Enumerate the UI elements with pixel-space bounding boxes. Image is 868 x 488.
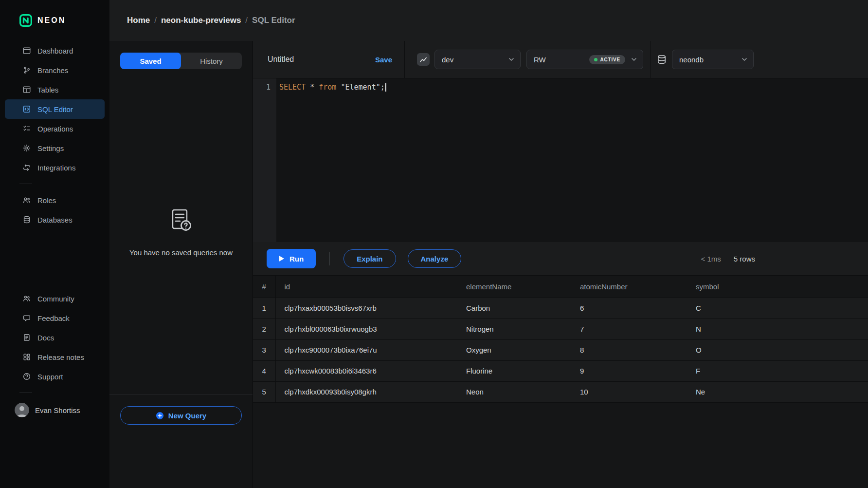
sidebar-item-label: Docs: [37, 334, 54, 342]
query-title-group: Untitled Save: [268, 55, 392, 64]
sidebar-divider: [19, 184, 32, 184]
table-row: 2 clp7hxbl000063b0ixrwuogb3 Nitrogen 7 N: [253, 319, 868, 339]
sidebar-item-label: Dashboard: [37, 47, 73, 55]
sql-identifier: "Element";: [336, 83, 384, 92]
neon-logo[interactable]: NEON: [0, 0, 109, 41]
cell-symbol: C: [687, 298, 868, 319]
queries-panel: Saved History You have no saved queries …: [109, 41, 253, 488]
no-saved-queries-icon: [167, 206, 195, 235]
query-row-count: 5 rows: [734, 255, 755, 263]
sidebar-item-tables[interactable]: Tables: [5, 80, 105, 99]
sidebar-item-community[interactable]: Community: [5, 289, 105, 308]
table-row: 5 clp7hxdkx00093b0isy08gkrh Neon 10 Ne: [253, 381, 868, 402]
status-dot: [594, 58, 597, 61]
sidebar-item-integrations[interactable]: Integrations: [5, 158, 105, 177]
compute-select[interactable]: RW ACTIVE: [526, 50, 643, 69]
cell-id: clp7hxcwk00083b0i6i3463r6: [275, 360, 457, 381]
topbar-divider: [404, 41, 405, 78]
branch-select-value: dev: [442, 56, 453, 64]
new-query-label: New Query: [168, 412, 206, 420]
sidebar-item-release-notes[interactable]: Release notes: [5, 347, 105, 367]
sidebar-item-label: Support: [37, 373, 63, 381]
sidebar-item-docs[interactable]: Docs: [5, 328, 105, 347]
neon-logo-icon: [19, 14, 32, 27]
sidebar-item-roles[interactable]: Roles: [5, 190, 105, 210]
action-bar-divider: [329, 252, 330, 265]
queries-tabs: Saved History: [120, 53, 242, 69]
branch-thumbnail-icon: [417, 53, 430, 66]
breadcrumb: Home / neon-kube-previews / SQL Editor: [109, 0, 868, 41]
empty-state: You have no saved queries now: [109, 69, 253, 394]
sidebar-item-operations[interactable]: Operations: [5, 119, 105, 138]
roles-icon: [22, 196, 31, 205]
results-panel: # id elementName atomicNumber symbol 1 c…: [253, 275, 868, 488]
settings-icon: [22, 144, 31, 152]
column-header-symbol: symbol: [687, 276, 868, 298]
cell-id: clp7hxc9000073b0ixa76ei7u: [275, 339, 457, 360]
cell-row-number: 4: [253, 360, 275, 381]
databases-icon: [22, 215, 31, 224]
sidebar-item-support[interactable]: Support: [5, 367, 105, 386]
breadcrumb-separator: /: [154, 16, 157, 25]
line-number-gutter: 1: [253, 78, 276, 242]
app-window: NEON Dashboard Branches Tables SQL Edito…: [0, 0, 868, 488]
code-line[interactable]: SELECT * from "Element";: [276, 78, 868, 242]
sidebar-item-feedback[interactable]: Feedback: [5, 308, 105, 328]
sidebar-item-label: Operations: [37, 125, 73, 133]
chevron-down-icon: [630, 56, 638, 63]
cell-id: clp7hxaxb00053b0isvs67xrb: [275, 298, 457, 319]
cell-symbol: Ne: [687, 381, 868, 402]
breadcrumb-project[interactable]: neon-kube-previews: [161, 16, 241, 25]
column-header-atomicNumber: atomicNumber: [571, 276, 687, 298]
cell-row-number: 2: [253, 319, 275, 339]
run-button[interactable]: Run: [267, 249, 316, 268]
sidebar-item-databases[interactable]: Databases: [5, 210, 105, 229]
dashboard-icon: [22, 46, 31, 55]
sidebar: NEON Dashboard Branches Tables SQL Edito…: [0, 0, 109, 488]
sidebar-item-sql-editor[interactable]: SQL Editor: [5, 99, 105, 119]
user-menu[interactable]: Evan Shortiss: [0, 399, 109, 421]
database-select[interactable]: neondb: [672, 50, 754, 69]
cell-row-number: 5: [253, 381, 275, 402]
action-bar: Run Explain Analyze < 1ms 5 rows: [253, 242, 868, 275]
cell-atomicNumber: 8: [571, 339, 687, 360]
sql-editor[interactable]: 1 SELECT * from "Element";: [253, 78, 868, 242]
breadcrumb-separator: /: [245, 16, 248, 25]
tab-saved[interactable]: Saved: [120, 53, 181, 69]
breadcrumb-current-page: SQL Editor: [252, 16, 295, 25]
sidebar-nav-footer: Community Feedback Docs Release notes Su…: [0, 289, 109, 386]
table-header-row: # id elementName atomicNumber symbol: [253, 276, 868, 298]
query-duration: < 1ms: [701, 255, 721, 263]
sidebar-divider: [19, 393, 32, 393]
analyze-button[interactable]: Analyze: [408, 249, 462, 268]
operations-icon: [22, 124, 31, 133]
breadcrumb-home[interactable]: Home: [127, 16, 150, 25]
compute-select-value: RW: [534, 56, 546, 64]
table-row: 1 clp7hxaxb00053b0isvs67xrb Carbon 6 C: [253, 298, 868, 319]
feedback-icon: [22, 314, 31, 322]
cell-elementName: Fluorine: [457, 360, 571, 381]
query-title[interactable]: Untitled: [268, 55, 294, 64]
tab-history[interactable]: History: [181, 53, 242, 69]
sidebar-item-label: Community: [37, 295, 74, 303]
query-metrics: < 1ms 5 rows: [701, 242, 755, 275]
sql-editor-icon: [22, 105, 31, 113]
database-icon: [656, 54, 667, 65]
play-icon: [279, 255, 285, 262]
sidebar-item-label: Settings: [37, 144, 64, 152]
plus-circle-icon: [156, 412, 164, 420]
sidebar-item-settings[interactable]: Settings: [5, 138, 105, 158]
cell-symbol: O: [687, 339, 868, 360]
integrations-icon: [22, 163, 31, 172]
sidebar-item-label: Databases: [37, 216, 72, 224]
branch-select[interactable]: dev: [434, 50, 521, 69]
docs-icon: [22, 333, 31, 342]
column-header-index: #: [253, 276, 275, 298]
new-query-button[interactable]: New Query: [120, 406, 242, 425]
save-button[interactable]: Save: [375, 56, 392, 64]
explain-button[interactable]: Explain: [344, 249, 396, 268]
sidebar-item-dashboard[interactable]: Dashboard: [5, 41, 105, 60]
sidebar-item-branches[interactable]: Branches: [5, 60, 105, 80]
column-header-id: id: [275, 276, 457, 298]
line-number: 1: [253, 81, 271, 94]
